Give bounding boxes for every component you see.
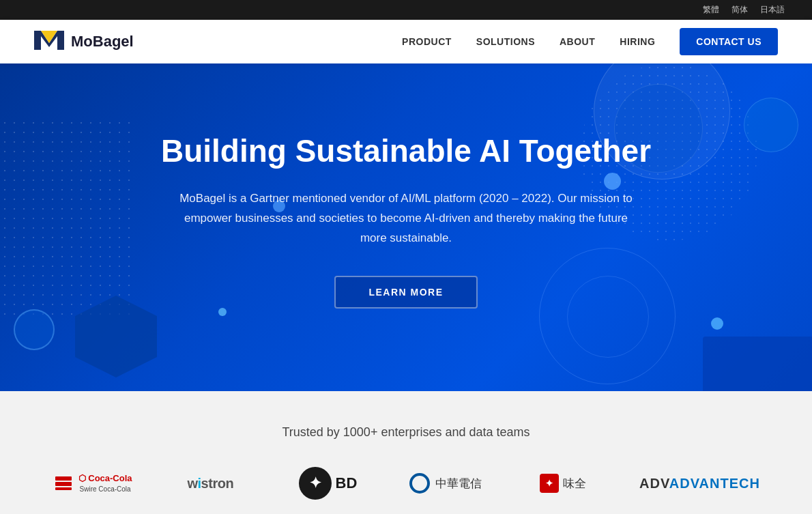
wistron-stron: stron: [201, 476, 234, 491]
contact-us-button[interactable]: CONTACT US: [680, 28, 778, 55]
lang-zh-cn[interactable]: 简体: [731, 4, 748, 16]
bd-circle: ✦: [299, 467, 332, 500]
deco-circle-bottom-left: [14, 309, 55, 350]
swire-icon: [54, 474, 73, 493]
learn-more-button[interactable]: LEARN MORE: [334, 276, 477, 309]
lang-ja[interactable]: 日本語: [760, 4, 785, 16]
wei-icon-sym: ✦: [545, 478, 553, 489]
swire-top: ⬡ Coca-Cola: [78, 473, 132, 485]
deco-rect-bottom-right: [703, 337, 812, 391]
cht-icon: [409, 473, 430, 494]
bd-circle-symbol: ✦: [309, 474, 321, 492]
nav-about[interactable]: ABOUT: [560, 36, 595, 47]
logo-weichuan: ✦ 味全: [522, 474, 604, 493]
deco-small-right: [711, 317, 723, 330]
hero-title: Building Sustainable AI Together: [161, 132, 651, 170]
lang-zh-tw[interactable]: 繁體: [703, 4, 719, 16]
swire-bottom: Swire Coca-Cola: [78, 485, 132, 494]
nav-product[interactable]: PRODUCT: [402, 36, 452, 47]
logo-chunghwa: 中華電信: [405, 473, 487, 494]
logo-wistron: wistron: [169, 476, 251, 491]
advantech-text: ADVADVANTECH: [639, 476, 760, 491]
logo-advantech: ADVADVANTECH: [639, 476, 760, 491]
adv-prefix: ADV: [639, 476, 669, 491]
nav-solutions[interactable]: SOLUTIONS: [476, 36, 535, 47]
partners-section: Trusted by 1000+ enterprises and data te…: [0, 391, 812, 514]
hero-section: Building Sustainable AI Together MoBagel…: [0, 63, 812, 391]
hero-content: Building Sustainable AI Together MoBagel…: [161, 132, 651, 309]
nav-links: PRODUCT SOLUTIONS ABOUT HIRING CONTACT U…: [402, 28, 778, 55]
language-bar: 繁體 简体 日本語: [0, 0, 812, 20]
nav-hiring[interactable]: HIRING: [620, 36, 655, 47]
hero-description: MoBagel is a Gartner mentioned vendor of…: [174, 189, 638, 248]
wei-icon: ✦: [540, 474, 559, 493]
svg-rect-3: [55, 476, 72, 481]
partners-logos: ⬡ Coca-Cola Swire Coca-Cola wistron ✦ BD: [41, 467, 771, 500]
logo-swire: ⬡ Coca-Cola Swire Coca-Cola: [52, 473, 134, 494]
svg-rect-4: [55, 482, 72, 486]
swire-text: ⬡ Coca-Cola Swire Coca-Cola: [78, 473, 132, 494]
deco-hexagon: [75, 296, 157, 377]
logo-icon: [34, 31, 64, 53]
partners-title: Trusted by 1000+ enterprises and data te…: [41, 425, 771, 440]
wistron-text: wistron: [187, 476, 233, 491]
adv-suffix: ADVANTECH: [669, 476, 760, 491]
bd-label: BD: [336, 474, 358, 492]
deco-dots-left: [0, 118, 136, 323]
logo-text: MoBagel: [71, 33, 134, 51]
svg-rect-5: [55, 487, 72, 490]
wei-name: 味全: [563, 476, 586, 491]
logo-bd: ✦ BD: [287, 467, 368, 500]
logo[interactable]: MoBagel: [34, 31, 134, 53]
wistron-wi: w: [187, 476, 197, 491]
cht-name: 中華電信: [435, 476, 482, 491]
navbar: MoBagel PRODUCT SOLUTIONS ABOUT HIRING C…: [0, 20, 812, 63]
deco-small-left2: [218, 308, 227, 316]
deco-circle-mid-right: [744, 98, 798, 152]
